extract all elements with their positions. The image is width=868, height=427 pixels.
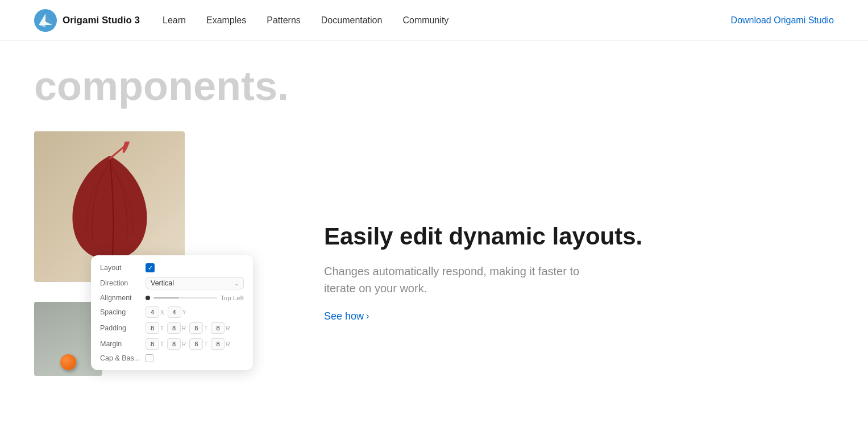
nav-documentation[interactable]: Documentation bbox=[321, 15, 383, 26]
alignment-row: Alignment Top Left bbox=[100, 294, 244, 302]
spacing-x-group: 4 X bbox=[146, 306, 167, 318]
margin-r1-unit: R bbox=[182, 341, 186, 347]
margin-t1-unit: T bbox=[160, 341, 164, 347]
capbas-row: Cap & Bas... bbox=[100, 354, 244, 362]
margin-r2-val[interactable]: 8 bbox=[211, 338, 225, 350]
padding-t2-group: 8 T bbox=[189, 322, 210, 334]
left-column: Layout Direction Vertical ⌄ Alignment bbox=[34, 131, 279, 376]
main-content: Layout Direction Vertical ⌄ Alignment bbox=[0, 131, 868, 376]
margin-row: Margin 8 T 8 R 8 T bbox=[100, 338, 244, 350]
anthurium-flower bbox=[53, 142, 167, 272]
slider-handle bbox=[146, 296, 150, 300]
chevron-right-icon: › bbox=[366, 311, 369, 321]
padding-r2-val[interactable]: 8 bbox=[211, 322, 225, 334]
alignment-slider[interactable] bbox=[146, 296, 217, 300]
image-stack: Layout Direction Vertical ⌄ Alignment bbox=[34, 131, 279, 376]
see-how-label: See how bbox=[324, 310, 364, 322]
layout-checkbox-container bbox=[146, 263, 244, 272]
margin-r1-val[interactable]: 8 bbox=[167, 338, 181, 350]
spacing-y-val[interactable]: 4 bbox=[168, 306, 181, 318]
margin-r2-group: 8 R bbox=[211, 338, 232, 350]
margin-t2-unit: T bbox=[204, 341, 207, 347]
margin-fields: 8 T 8 R 8 T 8 R bbox=[146, 338, 244, 350]
padding-t2-val[interactable]: 8 bbox=[189, 322, 203, 334]
dropdown-arrow-icon: ⌄ bbox=[234, 280, 239, 287]
spacing-fields: 4 X 4 Y bbox=[146, 306, 244, 318]
alignment-value: Top Left bbox=[221, 295, 244, 301]
brand[interactable]: Origami Studio 3 bbox=[34, 9, 140, 32]
spacing-label: Spacing bbox=[100, 308, 146, 316]
spacing-y-group: 4 Y bbox=[168, 306, 189, 318]
nav-links: Learn Examples Patterns Documentation Co… bbox=[163, 15, 448, 26]
padding-r1-group: 8 R bbox=[167, 322, 188, 334]
brand-name: Origami Studio 3 bbox=[63, 15, 140, 26]
direction-label: Direction bbox=[100, 279, 146, 287]
padding-t1-unit: T bbox=[160, 325, 164, 331]
margin-r1-group: 8 R bbox=[167, 338, 188, 350]
margin-t2-group: 8 T bbox=[189, 338, 210, 350]
margin-t2-val[interactable]: 8 bbox=[189, 338, 203, 350]
margin-t1-val[interactable]: 8 bbox=[146, 338, 159, 350]
slider-fill bbox=[153, 297, 179, 299]
direction-value: Vertical bbox=[151, 279, 174, 287]
nav-examples[interactable]: Examples bbox=[206, 15, 246, 26]
layout-checkbox[interactable] bbox=[146, 263, 155, 272]
hero-title: components. bbox=[34, 64, 834, 109]
navigation: Origami Studio 3 Learn Examples Patterns… bbox=[0, 0, 868, 41]
spacing-x-unit: X bbox=[160, 309, 164, 316]
margin-label: Margin bbox=[100, 340, 146, 348]
padding-label: Padding bbox=[100, 324, 146, 332]
padding-row: Padding 8 T 8 R 8 T bbox=[100, 322, 244, 334]
padding-t2-unit: T bbox=[204, 325, 207, 331]
spacing-x-val[interactable]: 4 bbox=[146, 306, 159, 318]
layout-label: Layout bbox=[100, 264, 146, 272]
capbas-checkbox[interactable] bbox=[146, 354, 153, 362]
download-button[interactable]: Download Origami Studio bbox=[731, 15, 834, 26]
right-column: Easily edit dynamic layouts. Changes aut… bbox=[324, 131, 834, 322]
layout-panel: Layout Direction Vertical ⌄ Alignment bbox=[91, 255, 253, 370]
padding-r1-val[interactable]: 8 bbox=[167, 322, 181, 334]
padding-t1-group: 8 T bbox=[146, 322, 166, 334]
padding-r2-unit: R bbox=[226, 325, 230, 331]
nav-patterns[interactable]: Patterns bbox=[267, 15, 301, 26]
padding-fields: 8 T 8 R 8 T 8 R bbox=[146, 322, 244, 334]
feature-description: Changes automatically respond, making it… bbox=[324, 263, 608, 297]
spacing-y-unit: Y bbox=[182, 309, 186, 316]
layout-row: Layout bbox=[100, 263, 244, 272]
padding-t1-val[interactable]: 8 bbox=[146, 322, 159, 334]
feature-title: Easily edit dynamic layouts. bbox=[324, 222, 834, 251]
orange-ball bbox=[60, 354, 76, 370]
nav-community[interactable]: Community bbox=[402, 15, 448, 26]
spacing-row: Spacing 4 X 4 Y bbox=[100, 306, 244, 318]
padding-r1-unit: R bbox=[182, 325, 186, 331]
margin-r2-unit: R bbox=[226, 341, 230, 347]
direction-row: Direction Vertical ⌄ bbox=[100, 277, 244, 289]
nav-learn[interactable]: Learn bbox=[163, 15, 186, 26]
capbas-label: Cap & Bas... bbox=[100, 354, 146, 362]
slider-track bbox=[153, 297, 217, 299]
margin-t1-group: 8 T bbox=[146, 338, 166, 350]
hero-section: components. bbox=[0, 41, 868, 109]
padding-r2-group: 8 R bbox=[211, 322, 232, 334]
direction-dropdown[interactable]: Vertical ⌄ bbox=[146, 277, 244, 289]
see-how-link[interactable]: See how › bbox=[324, 310, 369, 322]
origami-logo bbox=[34, 9, 57, 32]
alignment-label: Alignment bbox=[100, 294, 146, 302]
